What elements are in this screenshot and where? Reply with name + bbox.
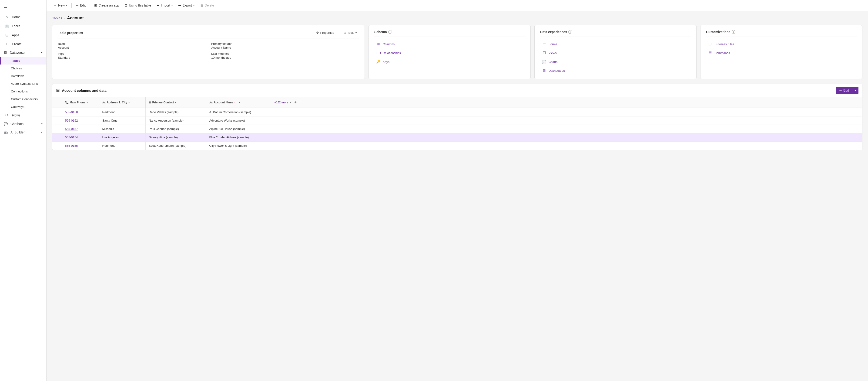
th-more-columns[interactable]: +152 more ▾ ＋ <box>271 97 862 108</box>
th-primary-contact[interactable]: ⊞ Primary Contact ▾ <box>146 97 206 108</box>
relationships-icon: ⟷ <box>376 51 380 55</box>
new-button-label: New <box>58 3 65 7</box>
phone-col-chevron-icon: ▾ <box>87 101 88 104</box>
sidebar-sub-item-custom-connectors-label: Custom Connectors <box>11 97 38 101</box>
learn-icon: 📖 <box>4 24 9 28</box>
schema-items: ⊞ Columns ⟷ Relationships 🔑 Keys <box>374 40 525 65</box>
sidebar-item-create[interactable]: + Create <box>0 39 46 49</box>
last-modified-label: Last modified <box>211 52 359 55</box>
table-edit-label: Edit <box>843 88 849 92</box>
create-icon: + <box>4 42 9 46</box>
sidebar-item-home[interactable]: ⌂ Home <box>0 12 46 22</box>
add-column-button[interactable]: ＋ <box>292 99 299 105</box>
sidebar-section-dataverse-header[interactable]: 🗄 Dataverse ▾ <box>0 49 46 57</box>
sidebar-section-ai-builder-header[interactable]: 🤖 AI Builder ▾ <box>0 128 46 137</box>
sidebar-item-apps[interactable]: ⊞ Apps <box>0 30 46 39</box>
sidebar-sub-item-custom-connectors[interactable]: Custom Connectors <box>0 95 46 103</box>
dashboards-label: Dashboards <box>549 69 565 72</box>
relationships-link[interactable]: ⟷ Relationships <box>374 49 525 56</box>
contact-col-chevron-icon: ▾ <box>175 101 176 104</box>
breadcrumb-separator: › <box>64 16 65 20</box>
new-button[interactable]: ＋ New ▾ <box>51 2 69 9</box>
views-link[interactable]: ☐ Views <box>540 49 691 56</box>
charts-link[interactable]: 📈 Charts <box>540 58 691 65</box>
delete-button[interactable]: 🗑 Delete <box>198 2 216 9</box>
delete-button-label: Delete <box>205 3 214 7</box>
hamburger-icon[interactable]: ☰ <box>0 0 46 12</box>
th-main-phone[interactable]: 📞 Main Phone ▾ <box>62 97 99 108</box>
sidebar-sub-item-gateways-label: Gateways <box>11 105 24 109</box>
table-edit-chevron[interactable]: ▾ <box>852 87 859 94</box>
table-row: 555-0155RedmondScott Konersmann (sample)… <box>52 142 862 150</box>
export-button[interactable]: ➡ Export ▾ <box>176 2 196 9</box>
export-icon: ➡ <box>178 3 181 7</box>
table-row: 555-0157MissoulaPaul Cannon (sample)Alpi… <box>52 125 862 133</box>
card-divider-1 <box>339 31 339 35</box>
row-phone[interactable]: 555-0154 <box>62 133 99 142</box>
sidebar-dataverse-label: Dataverse <box>10 51 25 55</box>
sidebar-item-learn[interactable]: 📖 Learn <box>0 22 46 30</box>
row-phone[interactable]: 555-0155 <box>62 142 99 150</box>
forms-icon: ☰ <box>542 42 546 46</box>
columns-link[interactable]: ⊞ Columns <box>374 40 525 48</box>
th-address-city[interactable]: Aa Address 1: City ▾ <box>99 97 146 108</box>
toolbar-divider-1 <box>71 3 72 8</box>
row-phone[interactable]: 555-0158 <box>62 108 99 116</box>
sidebar-sub-item-azure-synapse[interactable]: Azure Synapse Link <box>0 80 46 88</box>
properties-grid: Name Account Primary column Account Name… <box>58 42 359 59</box>
account-col-chevron-icon: ▾ <box>239 101 240 104</box>
columns-section-title: ⊞ Account columns and data <box>56 88 106 93</box>
create-app-button-label: Create an app <box>98 3 119 7</box>
th-primary-contact-label: Primary Contact <box>152 101 174 104</box>
views-label: Views <box>549 51 557 55</box>
th-main-phone-label: Main Phone <box>70 101 85 104</box>
more-columns-chevron-icon: ▾ <box>290 101 291 104</box>
properties-button[interactable]: ⚙ Properties <box>314 30 336 35</box>
tools-chevron-icon: ▾ <box>355 31 356 34</box>
dashboards-link[interactable]: ⊞ Dashboards <box>540 67 691 74</box>
import-button[interactable]: ⬅ Import ▾ <box>154 2 175 9</box>
row-contact: Rene Valdes (sample) <box>146 108 206 116</box>
primary-column-value: Account Name <box>211 46 359 49</box>
sidebar-sub-item-connections[interactable]: Connections <box>0 88 46 95</box>
sidebar-sub-item-choices[interactable]: Choices <box>0 64 46 72</box>
sidebar-item-flows[interactable]: ⟳ Flows <box>0 111 46 120</box>
sidebar-sub-item-dataflows-label: Dataflows <box>11 74 24 78</box>
main-content: ＋ New ▾ ✏ Edit ⊞ Create an app ⊠ Using t… <box>46 0 868 381</box>
data-experiences-header: Data experiences i <box>540 30 691 37</box>
keys-label: Keys <box>383 60 390 64</box>
row-phone[interactable]: 555-0157 <box>62 125 99 133</box>
customizations-info-icon: i <box>732 30 735 34</box>
th-account-name[interactable]: Aa Account Name * ↑ ▾ <box>206 97 271 108</box>
sidebar-sub-item-gateways[interactable]: Gateways <box>0 103 46 111</box>
charts-icon: 📈 <box>542 60 546 64</box>
row-more <box>271 133 862 142</box>
sidebar-sub-item-tables[interactable]: Tables <box>0 57 46 64</box>
import-button-label: Import <box>161 3 170 7</box>
row-contact: Sidney Higa (sample) <box>146 133 206 142</box>
using-this-table-button[interactable]: ⊠ Using this table <box>122 2 154 9</box>
tools-button[interactable]: ⊞ Tools ▾ <box>341 30 359 35</box>
sidebar-chatbots-label: Chatbots <box>10 122 24 126</box>
th-address-city-label: Address 1: City <box>107 101 127 104</box>
table-edit-main[interactable]: ✏ Edit <box>836 87 852 94</box>
commands-label: Commands <box>714 51 730 55</box>
row-city: Redmond <box>99 108 146 116</box>
sidebar-section-chatbots-header[interactable]: 💬 Chatbots ▾ <box>0 120 46 128</box>
business-rules-link[interactable]: ⊞ Business rules <box>706 40 857 48</box>
name-label: Name <box>58 42 206 46</box>
data-experiences-title: Data experiences i <box>540 30 572 34</box>
breadcrumb-tables-link[interactable]: Tables <box>52 16 62 20</box>
create-app-button[interactable]: ⊞ Create an app <box>92 2 121 9</box>
sidebar-sub-item-dataflows[interactable]: Dataflows <box>0 72 46 80</box>
commands-link[interactable]: ☰ Commands <box>706 49 857 56</box>
table-edit-button[interactable]: ✏ Edit ▾ <box>836 87 859 94</box>
row-checkbox-cell <box>52 125 62 133</box>
table-row: 555-0152Santa CruzNancy Anderson (sample… <box>52 116 862 125</box>
forms-link[interactable]: ☰ Forms <box>540 40 691 48</box>
edit-button[interactable]: ✏ Edit <box>73 2 88 9</box>
row-phone[interactable]: 555-0152 <box>62 116 99 125</box>
row-checkbox-cell <box>52 142 62 150</box>
keys-link[interactable]: 🔑 Keys <box>374 58 525 65</box>
table-body: 555-0158RedmondRene Valdes (sample)A. Da… <box>52 108 862 150</box>
